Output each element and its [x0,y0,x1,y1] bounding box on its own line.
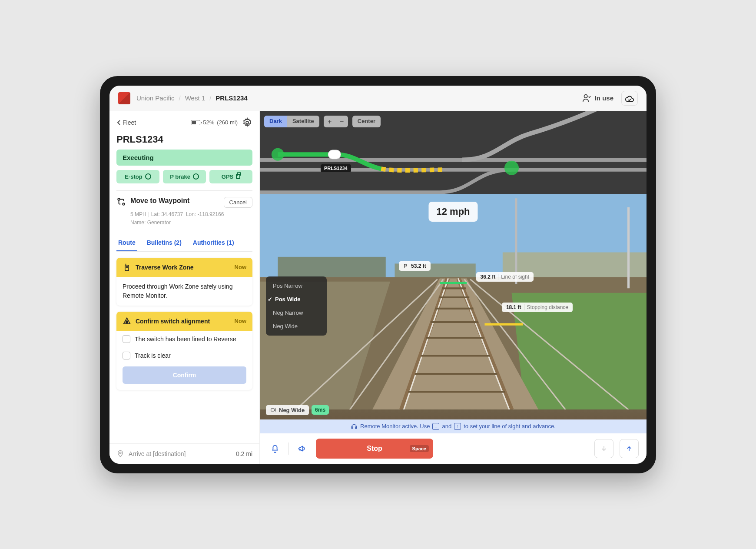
svg-line-23 [458,278,509,409]
stopping-distance-overlay: 18.1 ft Stopping distance [502,303,573,312]
battery-pct: 52% [203,119,214,126]
estop-status[interactable]: E-stop [116,170,159,183]
arrow-down-icon [600,445,608,453]
active-camera-chip[interactable]: Neg Wide [266,405,309,415]
svg-line-26 [464,279,566,409]
map-style-satellite[interactable]: Satellite [287,116,319,127]
card-title: Traverse Work Zone [136,264,194,271]
map-zoom: + − [324,116,348,127]
svg-point-3 [123,203,125,205]
breadcrumb-sep: / [209,94,211,102]
remote-monitor-banner: Remote Monitor active. Use ↓ and ↑ to se… [260,419,647,433]
line-of-sight-overlay: 36.2 ft Line of sight [476,272,534,282]
svg-point-2 [118,198,120,200]
breadcrumb: Union Pacific / West 1 / PRLS1234 [136,94,248,102]
stop-button[interactable]: Stop Space [316,439,433,459]
check-track-clear[interactable]: Track is clear [116,347,252,364]
arrow-up-hint: ↑ [454,423,461,430]
session-status: In use [595,94,613,102]
gps-status[interactable]: GPS [209,170,252,183]
alerts-button[interactable] [268,441,282,456]
flag-icon [403,263,408,269]
svg-point-1 [246,121,249,124]
arrow-up-icon [625,445,633,453]
zoom-out-button[interactable]: − [336,116,348,127]
cancel-waypoint-button[interactable]: Cancel [224,197,252,208]
walkie-icon [123,263,131,272]
camera-icon [270,407,276,413]
pbrake-status[interactable]: P brake [163,170,206,183]
los-increase-button[interactable] [620,439,639,458]
bottom-toolbar: Stop Space [260,433,647,464]
map-style-dark[interactable]: Dark [264,116,287,127]
battery-icon [191,120,200,125]
camera-neg-narrow[interactable]: Neg Narrow [266,306,327,319]
card-body: Proceed through Work Zone safely using R… [116,277,252,306]
svg-line-21 [458,278,511,409]
tab-authorities[interactable]: Authorities (1) [191,235,236,251]
breadcrumb-org[interactable]: Union Pacific [136,94,175,102]
waypoint-meta: 5 MPH|Lat: 34.46737 Lon: -118.92166 Name… [130,210,252,227]
check-label: The switch has been lined to Reverse [135,336,236,343]
app-header: Union Pacific / West 1 / PRLS1234 In use [109,86,647,111]
back-to-fleet[interactable]: Fleet [116,119,136,126]
svg-point-8 [119,452,121,453]
camera-feed: 12 mph Pos Narrow Pos Wide Neg Narrow Ne… [260,194,647,419]
checkbox-icon [123,335,130,343]
cloud-sync-button[interactable] [621,91,638,106]
tab-route[interactable]: Route [116,235,137,251]
announce-button[interactable] [295,441,310,456]
svg-point-0 [584,94,587,97]
camera-neg-wide[interactable]: Neg Wide [266,319,327,333]
camera-pos-wide[interactable]: Pos Wide [266,293,327,306]
breadcrumb-region[interactable]: West 1 [185,94,205,102]
check-switch-reverse[interactable]: The switch has been lined to Reverse [116,331,252,347]
flag-distance: 53.2 ft [399,261,431,271]
back-label: Fleet [123,119,136,126]
track-map[interactable]: Dark Satellite + − Center [260,111,647,194]
svg-marker-19 [372,278,539,409]
card-time: Now [235,264,246,270]
zoom-in-button[interactable]: + [324,116,336,127]
los-decrease-button[interactable] [594,439,613,458]
svg-rect-40 [271,409,274,411]
settings-button[interactable] [242,117,252,128]
map-style-toggle: Dark Satellite [264,116,319,127]
svg-line-25 [350,279,443,409]
check-label: Track is clear [135,352,171,359]
battery-status: 52% (260 mi) [191,119,238,126]
stop-shortcut: Space [410,445,429,452]
svg-rect-42 [355,426,357,428]
breadcrumb-sep: / [179,94,181,102]
svg-rect-5 [126,266,128,267]
execution-status: Executing [116,150,252,166]
sidebar-footer: Arrive at [destination] 0.2 mi [109,443,259,464]
battery-range: (260 mi) [217,119,238,126]
waypoint-icon [116,197,126,206]
pin-icon [116,450,124,458]
lock-icon [236,174,240,179]
sidebar-tabs: Route Bulletins (2) Authorities (1) [116,235,252,252]
svg-text:S: S [126,320,128,324]
confirm-switch-button[interactable]: Confirm [123,366,246,384]
card-title: Confirm switch alignment [136,318,210,325]
train-marker-label: PRLS1234 [321,164,351,172]
sidebar: Fleet 52% (260 mi) PRLS1234 Executing E-… [109,111,260,464]
tab-bulletins[interactable]: Bulletins (2) [145,235,183,251]
estop-label: E-stop [125,173,142,180]
checkbox-icon [123,352,130,359]
map-center-button[interactable]: Center [352,116,381,127]
camera-pos-narrow[interactable]: Pos Narrow [266,279,327,293]
megaphone-icon [298,444,307,453]
svg-line-22 [404,278,448,409]
unit-id-title: PRLS1234 [116,134,252,145]
svg-rect-11 [328,150,341,159]
card-time: Now [235,318,246,324]
svg-line-27 [470,279,628,409]
svg-line-20 [401,278,448,409]
arrow-down-hint: ↓ [432,423,439,430]
breadcrumb-unit: PRLS1234 [216,94,247,102]
ring-icon [145,173,151,180]
headset-icon [351,423,358,430]
ring-icon [193,173,199,180]
